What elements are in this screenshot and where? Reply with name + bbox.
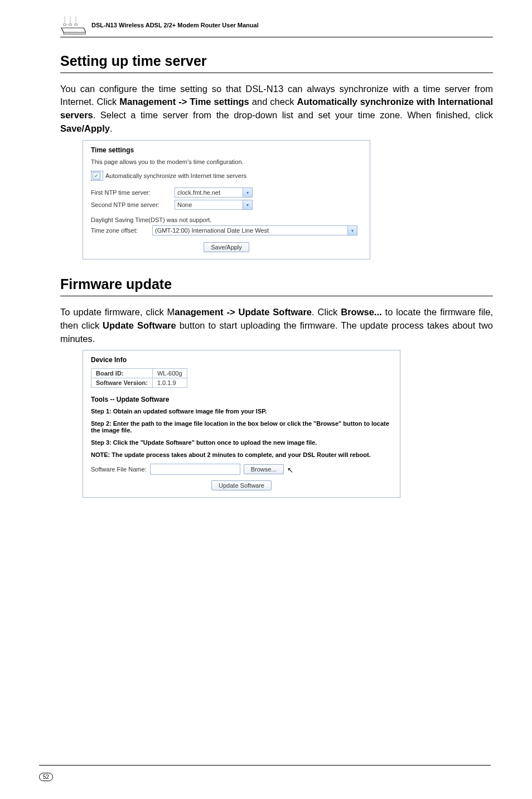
svg-line-10 — [84, 28, 86, 32]
tz-label: Time zone offset: — [91, 227, 152, 234]
chevron-down-icon: ▾ — [347, 226, 357, 235]
auto-sync-label: Automatically synchronize with Internet … — [105, 172, 246, 179]
page-header: DSL-N13 Wireless ADSL 2/2+ Modem Router … — [60, 16, 493, 37]
section-title-firmware: Firmware update — [60, 276, 493, 296]
board-id-label: Board ID: — [91, 369, 153, 378]
second-ntp-label: Second NTP time server: — [91, 201, 175, 208]
svg-line-6 — [61, 28, 64, 32]
update-software-button[interactable]: Update Software — [211, 480, 272, 490]
device-info-title: Device Info — [91, 356, 392, 364]
board-id-value: WL-600g — [152, 369, 187, 378]
svg-point-5 — [74, 24, 78, 26]
ss1-desc: This page allows you to the modem's time… — [91, 158, 362, 165]
cursor-icon: ↖ — [287, 466, 293, 474]
step2: Step 2: Enter the path to the image file… — [91, 420, 392, 434]
browse-button[interactable]: Browse... — [244, 464, 284, 474]
first-ntp-label: First NTP time server: — [91, 189, 175, 196]
page-number: 52 — [39, 773, 53, 781]
ss1-title: Time settings — [91, 146, 362, 154]
router-icon — [60, 16, 86, 35]
file-label: Software File Name: — [91, 466, 147, 473]
svg-point-3 — [63, 24, 66, 26]
sw-version-label: Software Version: — [91, 378, 153, 388]
step1: Step 1: Obtain an updated software image… — [91, 408, 392, 415]
auto-sync-checkbox-wrap: ✓ — [91, 171, 103, 181]
chevron-down-icon: ▾ — [243, 200, 252, 209]
tools-title: Tools -- Update Software — [91, 396, 392, 403]
save-apply-button[interactable]: Save/Apply — [204, 242, 249, 252]
chevron-down-icon: ▾ — [243, 188, 252, 197]
section2-body: To update firmware, click Management -> … — [60, 306, 493, 346]
dst-label: Daylight Saving Time(DST) was not suppor… — [91, 216, 362, 223]
page-footer: 52 — [39, 765, 491, 781]
first-ntp-select[interactable]: clock.fmt.he.net ▾ — [175, 187, 253, 198]
svg-point-4 — [69, 24, 72, 26]
section-title-time: Setting up time server — [60, 53, 493, 73]
file-input[interactable] — [150, 464, 240, 475]
manual-title: DSL-N13 Wireless ADSL 2/2+ Modem Router … — [91, 22, 259, 28]
second-ntp-select[interactable]: None ▾ — [175, 200, 253, 210]
tz-select[interactable]: (GMT-12:00) International Date Line West… — [152, 225, 357, 235]
step3: Step 3: Click the "Update Software" butt… — [91, 439, 392, 446]
note: NOTE: The update process takes about 2 m… — [91, 451, 392, 458]
screenshot-update-software: Device Info Board ID: WL-600g Software V… — [83, 350, 400, 498]
screenshot-time-settings: Time settings This page allows you to th… — [83, 140, 370, 259]
section1-body: You can configure the time setting so th… — [60, 83, 493, 136]
auto-sync-checkbox[interactable]: ✓ — [93, 172, 100, 180]
device-info-table: Board ID: WL-600g Software Version: 1.0.… — [91, 368, 187, 388]
sw-version-value: 1.0.1.9 — [152, 378, 187, 388]
